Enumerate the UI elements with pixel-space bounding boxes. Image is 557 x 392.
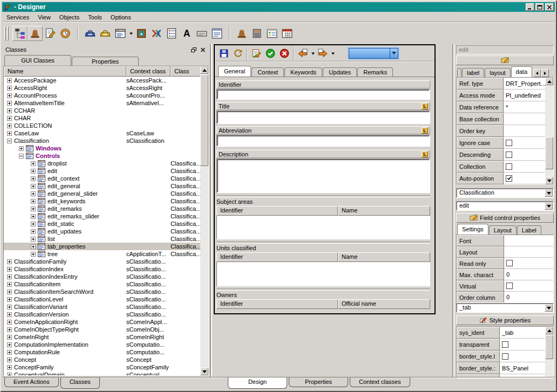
title-input[interactable] xyxy=(216,111,430,124)
expand-icon[interactable] xyxy=(7,267,12,272)
expand-icon[interactable] xyxy=(7,290,12,294)
object-combo[interactable]: edit xyxy=(456,201,554,211)
tree-row-accesspackage[interactable]: AccessPackagesAccessPack... xyxy=(4,77,200,84)
property-value[interactable] xyxy=(500,350,545,362)
stamp-icon[interactable] xyxy=(28,26,43,41)
mini-button-icon[interactable] xyxy=(194,26,209,41)
chevron-down-icon[interactable] xyxy=(390,49,398,58)
identifier-input[interactable] xyxy=(216,89,430,100)
property-value[interactable] xyxy=(504,137,545,149)
tree-row-comeinapplicationright[interactable]: ComeInApplicationRightsComeInAppl... xyxy=(4,318,200,326)
expand-icon[interactable] xyxy=(7,365,12,370)
units-col-identifier[interactable]: Identifier xyxy=(216,252,338,262)
property-value[interactable] xyxy=(504,246,553,258)
subject-areas-list[interactable] xyxy=(216,216,430,239)
expand-icon[interactable] xyxy=(7,78,12,83)
scroll-up-icon[interactable] xyxy=(545,78,553,85)
scrollbar-thumb[interactable] xyxy=(545,137,553,169)
expand-icon[interactable] xyxy=(31,176,36,181)
expand-icon[interactable] xyxy=(31,214,36,219)
column-header-name[interactable]: Name xyxy=(4,66,126,77)
tree-row-edit-general-slider[interactable]: edit_general_sliderClassifica... xyxy=(4,190,200,197)
list-window-icon[interactable] xyxy=(264,26,280,41)
language-icon[interactable]: L xyxy=(422,127,428,134)
expand-icon[interactable] xyxy=(7,86,12,91)
property-value[interactable] xyxy=(504,113,545,125)
checkbox-checked-icon[interactable] xyxy=(506,175,512,182)
units-classified-list[interactable] xyxy=(216,262,430,286)
collapse-icon[interactable] xyxy=(19,154,24,159)
forward-icon[interactable] xyxy=(316,46,330,60)
property-value[interactable]: * xyxy=(504,101,545,113)
expand-icon[interactable] xyxy=(31,222,36,226)
tree-row-edit-context[interactable]: edit_contextClassifica... xyxy=(4,175,200,182)
property-value[interactable]: DRT_Propert... xyxy=(504,78,545,90)
expand-icon[interactable] xyxy=(31,191,36,196)
property-value[interactable]: 0 xyxy=(504,292,553,303)
tab-remarks[interactable]: Remarks xyxy=(357,67,393,77)
selected-object-field[interactable]: edit xyxy=(456,45,554,54)
close-button[interactable] xyxy=(545,3,554,11)
tree-row-windows[interactable]: Windows xyxy=(4,145,200,152)
tree-row-comeinobjecttyperight[interactable]: ComeInObjectTypeRightsComeInObj... xyxy=(4,326,200,333)
menu-services[interactable]: Services xyxy=(2,13,33,22)
tree-row-edit-static[interactable]: edit_staticClassifica... xyxy=(4,220,200,228)
chevron-down-icon[interactable] xyxy=(545,202,553,210)
tree-row-classificationitemsearchword[interactable]: ClassificationItemSearchWordsClassificat… xyxy=(4,288,200,295)
maximize-button[interactable] xyxy=(535,3,544,11)
subject-col-identifier[interactable]: Identifier xyxy=(216,206,338,216)
expand-icon[interactable] xyxy=(7,320,12,325)
expand-icon[interactable] xyxy=(7,274,12,279)
expand-icon[interactable] xyxy=(19,146,24,151)
scroll-up-icon[interactable] xyxy=(545,327,553,334)
tab-layout[interactable]: Layout xyxy=(489,225,517,235)
tree-row-char[interactable]: CHAR xyxy=(4,114,200,122)
tree-row-classificationitem[interactable]: ClassificationItemsClassificatio... xyxy=(4,280,200,288)
tree-row-edit[interactable]: editClassifica... xyxy=(4,167,200,175)
scroll-down-icon[interactable] xyxy=(200,368,208,375)
column-header-class[interactable]: Class xyxy=(171,66,201,77)
hierarchy-icon[interactable] xyxy=(12,26,28,41)
tree-row-classificationindexentry[interactable]: ClassificationIndexEntrysClassificatio..… xyxy=(4,273,200,280)
dropdown-caret-icon[interactable] xyxy=(128,26,134,41)
expand-icon[interactable] xyxy=(7,108,12,113)
expand-icon[interactable] xyxy=(7,342,12,347)
expand-icon[interactable] xyxy=(31,169,36,174)
property-value[interactable] xyxy=(504,235,553,246)
collapse-icon[interactable] xyxy=(7,139,12,143)
subject-col-name[interactable]: Name xyxy=(338,206,430,216)
owners-col-official-name[interactable]: Official name xyxy=(338,299,430,309)
close-panel-icon[interactable] xyxy=(199,46,207,53)
tab-label[interactable]: Label xyxy=(517,225,541,235)
tree-row-edit-keywords[interactable]: edit_keywordsClassifica... xyxy=(4,197,200,205)
dropdown-caret-icon[interactable] xyxy=(330,46,336,61)
expand-icon[interactable] xyxy=(7,373,12,376)
edit-properties-button[interactable] xyxy=(456,56,554,65)
owners-col-identifier[interactable]: Identifier xyxy=(216,299,338,309)
scrollbar-thumb[interactable] xyxy=(200,74,208,166)
tab-layout[interactable]: layout xyxy=(485,68,510,77)
units-col-name[interactable]: Name xyxy=(338,252,430,262)
tree-row-conceptualdomain[interactable]: ConceptualDomainsConceptual xyxy=(4,371,200,375)
tab-settings[interactable]: Settings xyxy=(457,224,488,235)
tree-row-concept[interactable]: ConceptsConcept xyxy=(4,356,200,363)
expand-icon[interactable] xyxy=(7,357,12,362)
edit-document-icon[interactable] xyxy=(43,26,58,41)
minimize-button[interactable] xyxy=(526,3,534,11)
property-value[interactable] xyxy=(504,125,545,137)
expand-icon[interactable] xyxy=(7,116,12,121)
property-value[interactable] xyxy=(504,149,545,161)
property-value[interactable] xyxy=(504,161,545,173)
tab-gui-classes[interactable]: GUI Classes xyxy=(4,55,71,66)
tree-row-edit-remarks-slider[interactable]: edit_remarks_sliderClassifica... xyxy=(4,212,200,220)
context-class-combo[interactable]: Classification xyxy=(456,188,554,198)
menu-objects[interactable]: Objects xyxy=(55,13,84,22)
checkbox-icon[interactable] xyxy=(506,152,512,158)
checkbox-icon[interactable] xyxy=(506,260,513,266)
style-properties-button[interactable]: Style properties xyxy=(456,315,554,325)
field-control-properties-button[interactable]: Field control properties xyxy=(456,213,554,223)
form-edit-icon[interactable] xyxy=(249,46,263,60)
tab-general[interactable]: General xyxy=(218,66,251,77)
expand-icon[interactable] xyxy=(7,93,12,98)
form-splitter[interactable] xyxy=(216,288,430,291)
